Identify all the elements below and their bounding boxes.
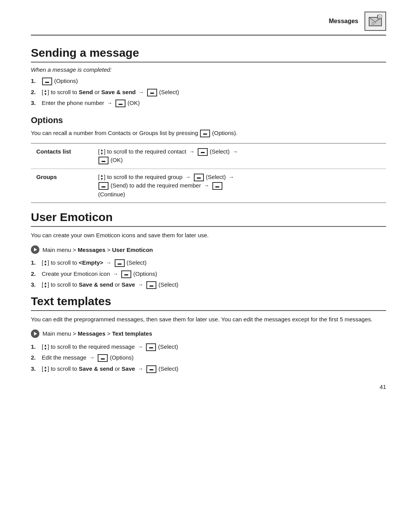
step-1-2: 2. [▲▼] to scroll to Send or Save & send…: [31, 88, 386, 97]
contacts-list-content: [▲▼] to scroll to the required contact →…: [93, 143, 386, 169]
select-btn-3-1: ▬: [146, 343, 156, 351]
section3-menu-path: Main menu > Messages > Text templates: [31, 329, 386, 338]
svg-text:1: 1: [379, 15, 381, 18]
section2-steps: 1. [▲▼] to scroll to <Empty> → ▬ (Select…: [31, 258, 386, 289]
section2-title: User Emoticon: [31, 211, 386, 227]
nav-arrows-2-3: ▲▼: [44, 282, 47, 289]
options-title: Options: [31, 115, 386, 125]
section1-subtitle: When a message is completed:: [31, 66, 386, 73]
continue-btn-groups: ▬: [212, 182, 222, 190]
section2-menu-path: Main menu > Messages > User Emoticon: [31, 245, 386, 254]
section2-menu-path-text: Main menu > Messages > User Emoticon: [42, 247, 153, 253]
step-2-2: 2. Create your Emoticon icon → ▬ (Option…: [31, 270, 386, 279]
options-table: Contacts list [▲▼] to scroll to the requ…: [31, 143, 386, 203]
select-btn-groups: ▬: [194, 174, 204, 181]
step-1-1: 1. ▬ (Options): [31, 77, 386, 86]
nav-arrows-contacts: ▲▼: [100, 149, 103, 155]
menu-path-icon-3: [31, 329, 39, 338]
send-btn-groups: ▬: [98, 182, 108, 190]
table-row-groups: Groups [▲▼] to scroll to the required gr…: [31, 169, 386, 203]
options-btn-3-2: ▬: [98, 354, 108, 362]
step-2-1: 1. [▲▼] to scroll to <Empty> → ▬ (Select…: [31, 258, 386, 267]
groups-content: [▲▼] to scroll to the required group → ▬…: [93, 169, 386, 203]
section2-paragraph: You can create your own Emoticon icons a…: [31, 231, 386, 240]
section1-steps: 1. ▬ (Options) 2. [▲▼] to scroll to Send…: [31, 77, 386, 108]
page-number: 41: [380, 383, 386, 390]
table-row-contacts: Contacts list [▲▼] to scroll to the requ…: [31, 143, 386, 169]
options-btn-inline: ▬: [200, 130, 210, 137]
section3-paragraph: You can edit the preprogrammed messages,…: [31, 315, 386, 324]
section3-menu-path-text: Main menu > Messages > Text templates: [42, 330, 152, 337]
header-title: Messages: [329, 18, 359, 25]
contacts-list-label: Contacts list: [31, 143, 93, 169]
nav-arrows-groups: ▲▼: [100, 174, 103, 181]
options-paragraph: You can recall a number from Contacts or…: [31, 128, 386, 138]
ok-btn-contacts: ▬: [98, 157, 108, 164]
messages-icon: 1: [364, 12, 386, 31]
step-3-1: 1. [▲▼] to scroll to the required messag…: [31, 343, 386, 351]
select-btn-2-3: ▬: [146, 281, 156, 289]
select-btn-1: ▬: [147, 89, 157, 96]
section1-title: Sending a message: [31, 46, 386, 62]
select-btn-2-1: ▬: [115, 259, 125, 267]
page-container: Messages 1 Sending a message Whe: [0, 0, 417, 402]
options-btn-1: ▬: [42, 78, 52, 85]
section3-steps: 1. [▲▼] to scroll to the required messag…: [31, 343, 386, 373]
select-btn-3-3: ▬: [146, 365, 156, 373]
page-header: Messages 1: [31, 12, 386, 35]
step-1-3: 3. Enter the phone number → ▬ (OK): [31, 99, 386, 108]
menu-path-icon-2: [31, 245, 39, 254]
step-2-3: 3. [▲▼] to scroll to Save & send or Save…: [31, 280, 386, 289]
nav-arrows-3-1: ▲▼: [44, 344, 47, 351]
nav-arrows-2-1: ▲▼: [44, 260, 47, 267]
groups-label: Groups: [31, 169, 93, 203]
section3-title: Text templates: [31, 295, 386, 311]
select-btn-contacts: ▬: [198, 148, 208, 156]
step-3-2: 2. Edit the message → ▬ (Options): [31, 353, 386, 362]
step-3-3: 3. [▲▼] to scroll to Save & send or Save…: [31, 365, 386, 373]
options-btn-2-2: ▬: [121, 270, 131, 278]
nav-arrows-3-3: ▲▼: [44, 366, 47, 373]
nav-arrows-1: ▲▼: [44, 89, 47, 96]
ok-btn-1: ▬: [115, 100, 125, 107]
